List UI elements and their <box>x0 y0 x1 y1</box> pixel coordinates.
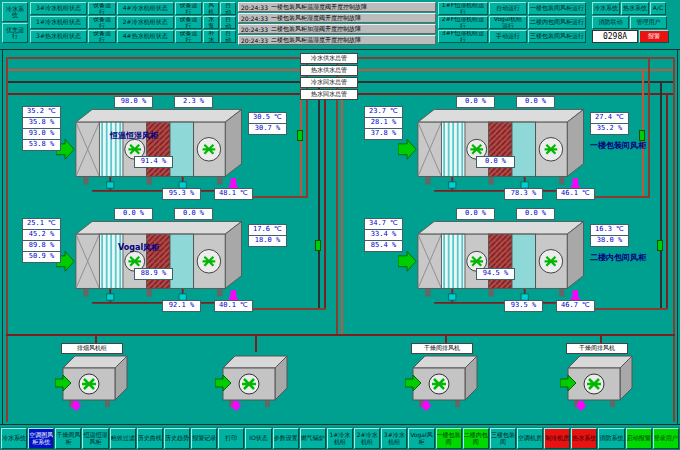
status-state-tile[interactable]: 自动 <box>220 2 236 15</box>
toolbar-button-cold-water[interactable]: 冷水系统 <box>1 428 27 449</box>
alarm-text: 一楼包装风柜温湿度阀开度控制故障 <box>271 3 367 12</box>
status-state-tile[interactable]: 自动 <box>220 16 236 29</box>
toolbar-button-ahu-system[interactable]: 空调图风柜系统 <box>28 428 54 449</box>
readout: 48.1 ℃ <box>214 188 253 200</box>
toolbar-button[interactable]: 3#冷水机组 <box>381 428 407 449</box>
readout: 0.0 % <box>456 208 495 220</box>
alarm-time: 20:24:33 <box>241 15 268 22</box>
run-status-tile[interactable]: 三楼包装间风柜运行 <box>528 30 586 43</box>
alarm-row[interactable]: 20:24:33 一楼包装风柜温湿度阀开度控制故障 <box>238 2 436 12</box>
run-status-tile[interactable]: 一楼包装间风柜运行 <box>528 2 586 15</box>
run-mode-tile[interactable]: 手动运行 <box>489 30 527 43</box>
toolbar-button[interactable]: 恒温恒湿风柜 <box>82 428 108 449</box>
toolbar-button[interactable]: 三楼包装间 <box>490 428 516 449</box>
toolbar-button[interactable]: 消防系统 <box>598 428 624 449</box>
toolbar-button[interactable]: 报警记录 <box>191 428 217 449</box>
toolbar-button[interactable]: 二楼内包间 <box>463 428 489 449</box>
status-state-tile[interactable]: 设备运行 <box>88 2 116 15</box>
pipe-label: 冷水回水总管 <box>300 77 358 88</box>
readout: 94.5 % <box>476 268 515 280</box>
scada-screen: 冷水系统 优先运行 3#冷水机组状态 设备运行 4#冷水机组状态 设备运行 风机… <box>0 0 680 450</box>
toolbar-button[interactable]: 一楼包装间 <box>436 428 462 449</box>
exhaust-fan-unit-3[interactable]: 干燥间排风机 <box>405 352 495 422</box>
toolbar-button[interactable]: 启动报警 <box>626 428 652 449</box>
status-state-tile[interactable]: 设备运行 <box>88 16 116 29</box>
pipe-label: 热水回水总管 <box>300 89 358 100</box>
run-mode-tile[interactable]: 自动运行 <box>489 2 527 15</box>
toolbar-button[interactable]: 2#冷水机组 <box>354 428 380 449</box>
status-tile[interactable]: 3#冷水机组状态 <box>30 2 87 15</box>
status-tile[interactable]: 4#冷水机组状态 <box>117 2 174 15</box>
valve-indicator[interactable] <box>657 240 663 251</box>
readout: 50.9 % <box>22 251 61 263</box>
status-tile[interactable]: 3#热水机组状态 <box>30 30 87 43</box>
code-display: 0298A <box>592 30 638 43</box>
exhaust-fan-unit-2[interactable] <box>215 352 305 422</box>
toolbar-button[interactable]: 打印 <box>218 428 244 449</box>
toolbar-button-login-user[interactable]: 登录用户 <box>653 428 679 449</box>
readout: 35.2 % <box>590 123 629 135</box>
readout: 2.3 % <box>174 96 213 108</box>
toolbar-button[interactable]: 干燥间风柜 <box>55 428 81 449</box>
toolbar-button[interactable]: Vogal风柜 <box>408 428 434 449</box>
readout: 0.0 % <box>516 96 555 108</box>
status-state-tile[interactable]: 设备运行 <box>88 30 116 43</box>
valve-indicator[interactable] <box>315 240 321 251</box>
toolbar-button[interactable]: 参数设置 <box>273 428 299 449</box>
alarm-row[interactable]: 20:24:33 二楼包装风柜温湿度开度控制故障 <box>238 35 436 45</box>
alarm-row[interactable]: 20:24:33 二楼包装风柜加湿阀开度控制故障 <box>238 24 436 34</box>
status-grid: 3#冷水机组状态 设备运行 4#冷水机组状态 设备运行 风机 自动 1#冷水机组… <box>30 2 236 45</box>
toolbar-button[interactable]: 燃气锅炉 <box>300 428 326 449</box>
valve-indicator[interactable] <box>297 130 303 141</box>
ahu-unit-2[interactable]: 23.7 ℃ 28.1 % 37.8 % 0.0 % 0.0 % 27.4 ℃ … <box>364 100 674 212</box>
toolbar-button[interactable]: 1#冷水机组 <box>327 428 353 449</box>
alarm-row[interactable]: 20:24:33 一楼包装风柜湿度阀开度控制故障 <box>238 13 436 23</box>
frame-line <box>0 424 680 425</box>
toolbar-button[interactable]: 历史趋势 <box>164 428 190 449</box>
toolbar-button[interactable]: 粗效过滤 <box>110 428 136 449</box>
toolbar-button[interactable]: 历史曲线 <box>137 428 163 449</box>
user-admin-button[interactable]: 管理用户 <box>630 16 667 29</box>
status-tile[interactable]: 补水 <box>203 30 219 43</box>
status-tile[interactable]: 风机 <box>203 2 219 15</box>
system-buttons: 冷水系统 热水系统 A/C 消防联动 管理用户 0298A 报警 <box>592 2 678 45</box>
run-status-tile[interactable]: 2#F恒湿机组运行 <box>438 16 488 29</box>
toolbar-button[interactable]: 制冷机房 <box>544 428 570 449</box>
status-tile[interactable]: 4#热水机组状态 <box>117 30 174 43</box>
fan-graphic <box>55 352 135 412</box>
toolbar-button[interactable]: IO状态 <box>245 428 271 449</box>
run-status-tile[interactable]: 二楼内包间风柜运行 <box>528 16 586 29</box>
corner-priority-button[interactable]: 优先运行 <box>2 23 28 43</box>
exhaust-fan-unit-4[interactable]: 干燥间排风机 <box>560 352 650 422</box>
toolbar-button[interactable]: 空调机房 <box>517 428 543 449</box>
lower-main-pipe <box>6 334 675 336</box>
ahu-unit-1[interactable]: 35.2 ℃ 35.8 % 93.0 % 53.8 % 98.0 % 2.3 %… <box>22 100 332 212</box>
ahu-unit-3[interactable]: 25.1 ℃ 45.2 % 89.8 % 50.9 % 0.0 % 0.0 % … <box>22 212 332 324</box>
hot-water-system-button[interactable]: 热水系统 <box>621 2 649 15</box>
status-tile[interactable]: 水泵 <box>203 16 219 29</box>
readout: 95.3 % <box>162 188 201 200</box>
run-status-tile[interactable]: 3#F恒湿机组运行 <box>438 30 488 43</box>
bottom-toolbar: 冷水系统 空调图风柜系统 干燥间风柜 恒温恒湿风柜 粗效过滤 历史曲线 历史趋势… <box>0 427 680 450</box>
status-state-tile[interactable]: 设备运行 <box>175 16 203 29</box>
ahu-graphic <box>398 102 588 202</box>
status-state-tile[interactable]: 设备运行 <box>175 2 203 15</box>
run-status-tile[interactable]: 1#F恒湿机组运行 <box>438 2 488 15</box>
cold-water-system-button[interactable]: 冷水系统 <box>592 2 620 15</box>
run-mode-tile[interactable]: Vogal机组运行 <box>489 16 527 29</box>
header-bar: 冷水系统 优先运行 3#冷水机组状态 设备运行 4#冷水机组状态 设备运行 风机… <box>0 0 680 47</box>
readout: 0.0 % <box>456 96 495 108</box>
exhaust-fan-unit-1[interactable]: 排烟风机组 <box>55 352 145 422</box>
riser-pipe <box>6 57 8 422</box>
toolbar-button[interactable]: 热水系统 <box>571 428 597 449</box>
ac-button[interactable]: A/C <box>650 2 666 15</box>
corner-cold-system-button[interactable]: 冷水系统 <box>2 2 28 22</box>
alarm-indicator[interactable]: 报警 <box>639 30 669 43</box>
status-state-tile[interactable]: 设备运行 <box>175 30 203 43</box>
ahu-unit-4[interactable]: 34.7 ℃ 33.4 % 85.4 % 0.0 % 0.0 % 16.3 ℃ … <box>364 212 674 324</box>
status-tile[interactable]: 1#冷水机组状态 <box>30 16 87 29</box>
status-state-tile[interactable]: 自动 <box>220 30 236 43</box>
alarm-text: 二楼包装风柜加湿阀开度控制故障 <box>271 25 361 34</box>
fire-link-button[interactable]: 消防联动 <box>592 16 629 29</box>
status-tile[interactable]: 2#冷水机组状态 <box>117 16 174 29</box>
